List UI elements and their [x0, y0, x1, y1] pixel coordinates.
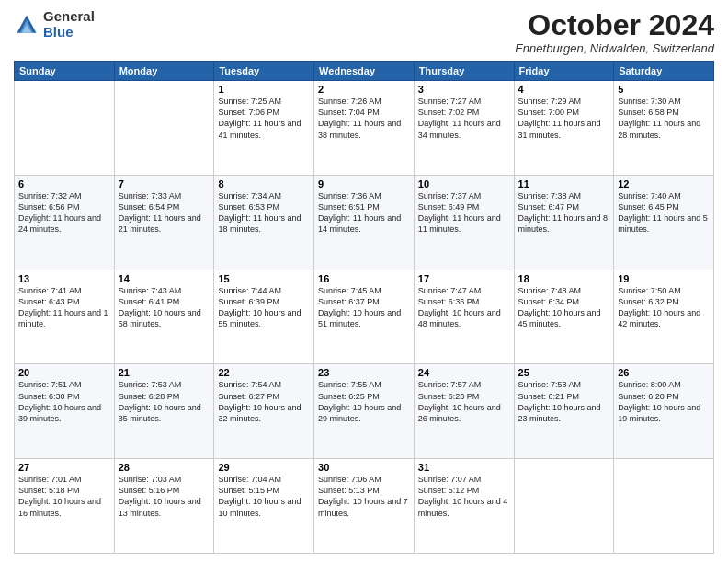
day-number: 12 [618, 178, 710, 190]
day-number: 6 [18, 178, 110, 190]
day-number: 23 [318, 367, 410, 378]
calendar-week-5: 27Sunrise: 7:01 AM Sunset: 5:18 PM Dayli… [15, 459, 714, 554]
table-row: 16Sunrise: 7:45 AM Sunset: 6:37 PM Dayli… [314, 270, 415, 364]
day-info: Sunrise: 7:51 AM Sunset: 6:30 PM Dayligh… [18, 379, 110, 424]
day-number: 4 [518, 84, 610, 95]
day-number: 8 [218, 178, 310, 190]
table-row: 19Sunrise: 7:50 AM Sunset: 6:32 PM Dayli… [614, 270, 714, 364]
day-info: Sunrise: 7:37 AM Sunset: 6:49 PM Dayligh… [418, 190, 510, 236]
day-info: Sunrise: 7:04 AM Sunset: 5:15 PM Dayligh… [218, 474, 310, 519]
table-row: 17Sunrise: 7:47 AM Sunset: 6:36 PM Dayli… [414, 270, 514, 364]
table-row: 25Sunrise: 7:58 AM Sunset: 6:21 PM Dayli… [514, 364, 614, 459]
day-number: 27 [18, 462, 110, 473]
day-info: Sunrise: 7:55 AM Sunset: 6:25 PM Dayligh… [318, 379, 410, 424]
day-info: Sunrise: 7:58 AM Sunset: 6:21 PM Dayligh… [518, 379, 610, 424]
table-row: 10Sunrise: 7:37 AM Sunset: 6:49 PM Dayli… [414, 175, 514, 270]
day-info: Sunrise: 7:33 AM Sunset: 6:54 PM Dayligh… [119, 190, 210, 236]
day-info: Sunrise: 7:07 AM Sunset: 5:12 PM Dayligh… [418, 474, 510, 519]
day-number: 11 [518, 178, 610, 190]
table-row: 18Sunrise: 7:48 AM Sunset: 6:34 PM Dayli… [514, 270, 614, 364]
day-info: Sunrise: 7:57 AM Sunset: 6:23 PM Dayligh… [418, 379, 510, 424]
table-row: 31Sunrise: 7:07 AM Sunset: 5:12 PM Dayli… [414, 459, 514, 554]
table-row: 8Sunrise: 7:34 AM Sunset: 6:53 PM Daylig… [214, 175, 314, 270]
calendar-header-row: Sunday Monday Tuesday Wednesday Thursday… [15, 62, 714, 81]
logo-icon [14, 12, 40, 38]
table-row: 9Sunrise: 7:36 AM Sunset: 6:51 PM Daylig… [314, 175, 415, 270]
table-row: 3Sunrise: 7:27 AM Sunset: 7:02 PM Daylig… [414, 81, 514, 176]
day-number: 29 [218, 462, 310, 473]
month-title: October 2024 [515, 9, 714, 41]
day-number: 10 [418, 178, 510, 190]
logo-text: General Blue [43, 9, 95, 40]
table-row: 12Sunrise: 7:40 AM Sunset: 6:45 PM Dayli… [614, 175, 714, 270]
day-number: 25 [518, 367, 610, 378]
day-number: 17 [418, 273, 510, 284]
day-number: 26 [618, 367, 710, 378]
table-row: 20Sunrise: 7:51 AM Sunset: 6:30 PM Dayli… [15, 364, 115, 459]
table-row: 14Sunrise: 7:43 AM Sunset: 6:41 PM Dayli… [114, 270, 214, 364]
logo-general: General [43, 9, 95, 25]
page: General Blue October 2024 Ennetburgen, N… [0, 0, 728, 563]
table-row: 28Sunrise: 7:03 AM Sunset: 5:16 PM Dayli… [114, 459, 214, 554]
table-row: 4Sunrise: 7:29 AM Sunset: 7:00 PM Daylig… [514, 81, 614, 176]
table-row: 1Sunrise: 7:25 AM Sunset: 7:06 PM Daylig… [214, 81, 314, 176]
table-row: 13Sunrise: 7:41 AM Sunset: 6:43 PM Dayli… [15, 270, 115, 364]
calendar-week-1: 1Sunrise: 7:25 AM Sunset: 7:06 PM Daylig… [15, 81, 714, 176]
table-row: 24Sunrise: 7:57 AM Sunset: 6:23 PM Dayli… [414, 364, 514, 459]
table-row: 2Sunrise: 7:26 AM Sunset: 7:04 PM Daylig… [314, 81, 415, 176]
day-info: Sunrise: 7:54 AM Sunset: 6:27 PM Dayligh… [218, 379, 310, 424]
day-number: 3 [418, 84, 510, 95]
day-info: Sunrise: 7:34 AM Sunset: 6:53 PM Dayligh… [218, 190, 310, 236]
col-sunday: Sunday [15, 62, 115, 81]
day-number: 14 [119, 273, 210, 284]
day-number: 5 [618, 84, 710, 95]
day-info: Sunrise: 7:30 AM Sunset: 6:58 PM Dayligh… [618, 96, 710, 141]
day-info: Sunrise: 7:41 AM Sunset: 6:43 PM Dayligh… [18, 285, 110, 330]
day-info: Sunrise: 7:27 AM Sunset: 7:02 PM Dayligh… [418, 96, 510, 141]
table-row: 11Sunrise: 7:38 AM Sunset: 6:47 PM Dayli… [514, 175, 614, 270]
table-row: 6Sunrise: 7:32 AM Sunset: 6:56 PM Daylig… [15, 175, 115, 270]
day-info: Sunrise: 8:00 AM Sunset: 6:20 PM Dayligh… [618, 379, 710, 424]
logo: General Blue [14, 9, 95, 40]
day-number: 7 [119, 178, 210, 190]
day-info: Sunrise: 7:25 AM Sunset: 7:06 PM Dayligh… [218, 96, 310, 141]
location: Ennetburgen, Nidwalden, Switzerland [515, 41, 714, 55]
table-row: 26Sunrise: 8:00 AM Sunset: 6:20 PM Dayli… [614, 364, 714, 459]
day-info: Sunrise: 7:47 AM Sunset: 6:36 PM Dayligh… [418, 285, 510, 330]
table-row: 29Sunrise: 7:04 AM Sunset: 5:15 PM Dayli… [214, 459, 314, 554]
day-number: 28 [119, 462, 210, 473]
calendar-table: Sunday Monday Tuesday Wednesday Thursday… [14, 61, 714, 554]
day-info: Sunrise: 7:38 AM Sunset: 6:47 PM Dayligh… [518, 190, 610, 236]
col-wednesday: Wednesday [314, 62, 415, 81]
day-info: Sunrise: 7:53 AM Sunset: 6:28 PM Dayligh… [119, 379, 210, 424]
table-row: 15Sunrise: 7:44 AM Sunset: 6:39 PM Dayli… [214, 270, 314, 364]
day-number: 30 [318, 462, 410, 473]
day-info: Sunrise: 7:48 AM Sunset: 6:34 PM Dayligh… [518, 285, 610, 330]
day-info: Sunrise: 7:03 AM Sunset: 5:16 PM Dayligh… [119, 474, 210, 519]
col-thursday: Thursday [414, 62, 514, 81]
table-row: 23Sunrise: 7:55 AM Sunset: 6:25 PM Dayli… [314, 364, 415, 459]
day-info: Sunrise: 7:32 AM Sunset: 6:56 PM Dayligh… [18, 190, 110, 236]
day-number: 16 [318, 273, 410, 284]
day-number: 15 [218, 273, 310, 284]
day-number: 21 [119, 367, 210, 378]
day-info: Sunrise: 7:43 AM Sunset: 6:41 PM Dayligh… [119, 285, 210, 330]
day-info: Sunrise: 7:44 AM Sunset: 6:39 PM Dayligh… [218, 285, 310, 330]
day-number: 1 [218, 84, 310, 95]
table-row: 27Sunrise: 7:01 AM Sunset: 5:18 PM Dayli… [15, 459, 115, 554]
table-row: 22Sunrise: 7:54 AM Sunset: 6:27 PM Dayli… [214, 364, 314, 459]
day-number: 24 [418, 367, 510, 378]
col-friday: Friday [514, 62, 614, 81]
day-info: Sunrise: 7:45 AM Sunset: 6:37 PM Dayligh… [318, 285, 410, 330]
logo-blue: Blue [43, 25, 95, 40]
day-number: 22 [218, 367, 310, 378]
day-info: Sunrise: 7:29 AM Sunset: 7:00 PM Dayligh… [518, 96, 610, 141]
calendar-week-3: 13Sunrise: 7:41 AM Sunset: 6:43 PM Dayli… [15, 270, 714, 364]
table-row: 5Sunrise: 7:30 AM Sunset: 6:58 PM Daylig… [614, 81, 714, 176]
day-info: Sunrise: 7:50 AM Sunset: 6:32 PM Dayligh… [618, 285, 710, 330]
day-info: Sunrise: 7:01 AM Sunset: 5:18 PM Dayligh… [18, 474, 110, 519]
day-info: Sunrise: 7:06 AM Sunset: 5:13 PM Dayligh… [318, 474, 410, 519]
table-row [114, 81, 214, 176]
day-number: 9 [318, 178, 410, 190]
day-number: 31 [418, 462, 510, 473]
